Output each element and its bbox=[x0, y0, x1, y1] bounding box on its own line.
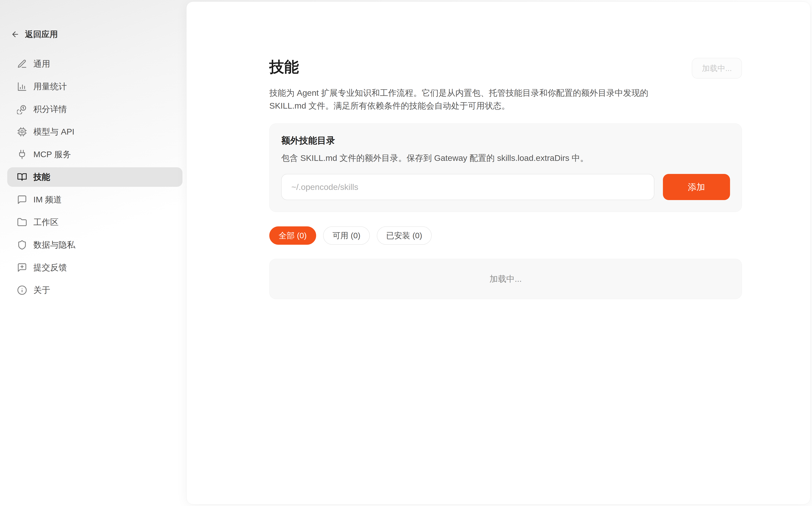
settings-sidebar: 返回应用 通用 用量统计 积分详情 模型与 API bbox=[0, 0, 187, 506]
sidebar-item-workspace[interactable]: 工作区 bbox=[7, 213, 182, 232]
shield-icon bbox=[17, 240, 27, 250]
skills-page: 技能 加载中... 技能为 Agent 扩展专业知识和工作流程。它们是从内置包、… bbox=[269, 2, 742, 299]
sidebar-item-credits[interactable]: 积分详情 bbox=[7, 99, 182, 119]
sidebar-item-label: 用量统计 bbox=[33, 81, 67, 92]
add-button[interactable]: 添加 bbox=[663, 174, 730, 200]
sidebar-item-models-api[interactable]: 模型与 API bbox=[7, 122, 182, 142]
sidebar-item-general[interactable]: 通用 bbox=[7, 54, 182, 74]
filter-available[interactable]: 可用 (0) bbox=[323, 226, 370, 245]
loading-text: 加载中... bbox=[490, 273, 522, 285]
page-header: 技能 加载中... bbox=[269, 59, 742, 79]
back-to-app-button[interactable]: 返回应用 bbox=[11, 29, 58, 40]
sidebar-item-label: 数据与隐私 bbox=[33, 239, 75, 251]
sidebar-item-label: 通用 bbox=[33, 58, 50, 70]
sidebar-item-label: IM 频道 bbox=[33, 194, 62, 205]
extra-dirs-card-description: 包含 SKILL.md 文件的额外目录。保存到 Gateway 配置的 skil… bbox=[281, 153, 730, 164]
sidebar-item-mcp[interactable]: MCP 服务 bbox=[7, 145, 182, 164]
book-open-icon bbox=[17, 172, 27, 182]
filter-all[interactable]: 全部 (0) bbox=[269, 226, 316, 245]
extra-dirs-input-row: 添加 bbox=[281, 174, 730, 200]
back-to-app-label: 返回应用 bbox=[25, 29, 58, 40]
arrow-left-icon bbox=[11, 30, 19, 38]
page-description: 技能为 Agent 扩展专业知识和工作流程。它们是从内置包、托管技能目录和你配置… bbox=[269, 86, 685, 112]
sidebar-item-label: MCP 服务 bbox=[33, 149, 71, 160]
folder-icon bbox=[17, 217, 27, 227]
bar-chart-icon bbox=[17, 82, 27, 92]
coins-icon bbox=[17, 104, 27, 114]
sidebar-item-skills[interactable]: 技能 bbox=[7, 167, 182, 187]
sidebar-item-privacy[interactable]: 数据与隐私 bbox=[7, 235, 182, 255]
sidebar-item-label: 工作区 bbox=[33, 217, 59, 228]
message-square-plus-icon bbox=[17, 262, 27, 273]
sidebar-item-im-channels[interactable]: IM 频道 bbox=[7, 190, 182, 209]
sidebar-nav: 通用 用量统计 积分详情 模型与 API MCP 服务 bbox=[0, 54, 187, 300]
skills-list-placeholder: 加载中... bbox=[269, 259, 742, 299]
sidebar-item-about[interactable]: 关于 bbox=[7, 280, 182, 300]
extra-dirs-card-title: 额外技能目录 bbox=[281, 135, 730, 147]
cpu-icon bbox=[17, 127, 27, 137]
message-square-icon bbox=[17, 194, 27, 205]
pencil-line-icon bbox=[17, 59, 27, 69]
sidebar-item-label: 提交反馈 bbox=[33, 262, 67, 273]
sidebar-item-label: 积分详情 bbox=[33, 103, 67, 115]
info-icon bbox=[17, 285, 27, 295]
sidebar-item-label: 关于 bbox=[33, 284, 50, 296]
sidebar-item-feedback[interactable]: 提交反馈 bbox=[7, 258, 182, 277]
plug-icon bbox=[17, 149, 27, 160]
sidebar-item-label: 技能 bbox=[33, 171, 50, 183]
sidebar-item-label: 模型与 API bbox=[33, 126, 74, 138]
sidebar-item-usage-stats[interactable]: 用量统计 bbox=[7, 77, 182, 96]
filter-installed[interactable]: 已安装 (0) bbox=[377, 226, 432, 245]
main-panel: 技能 加载中... 技能为 Agent 扩展专业知识和工作流程。它们是从内置包、… bbox=[187, 2, 810, 504]
skill-filters: 全部 (0) 可用 (0) 已安装 (0) bbox=[269, 226, 742, 245]
loading-status-button[interactable]: 加载中... bbox=[692, 58, 742, 79]
page-title: 技能 bbox=[269, 59, 299, 75]
extra-dirs-card: 额外技能目录 包含 SKILL.md 文件的额外目录。保存到 Gateway 配… bbox=[269, 123, 742, 212]
skill-dir-input[interactable] bbox=[281, 174, 654, 200]
